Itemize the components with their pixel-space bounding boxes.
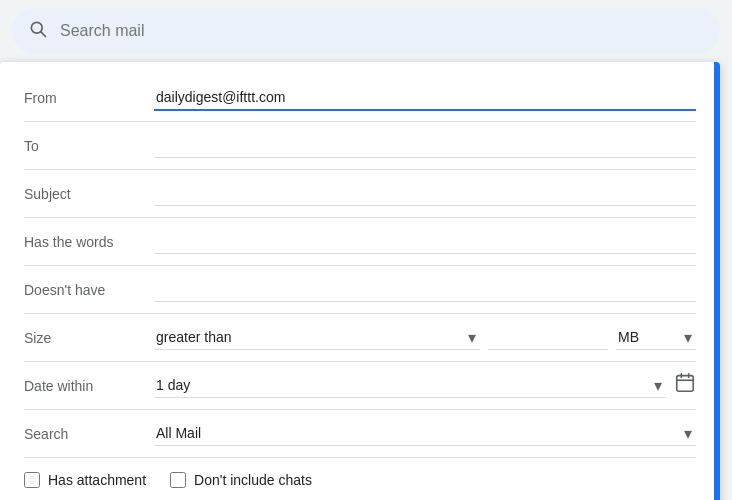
svg-line-1 [41,31,46,36]
from-row: From [24,74,696,122]
doesnt-have-field[interactable] [154,277,696,302]
search-icon [28,19,48,44]
dont-include-chats-checkbox[interactable] [170,472,186,488]
subject-field[interactable] [154,181,696,206]
from-label: From [24,90,154,106]
has-words-row: Has the words [24,218,696,266]
has-attachment-text: Has attachment [48,472,146,488]
search-location-row: Search All Mail Inbox Sent Mail Trash ▾ [24,410,696,458]
to-row: To [24,122,696,170]
search-mail-input[interactable] [60,22,704,40]
subject-row: Subject [24,170,696,218]
doesnt-have-row: Doesn't have [24,266,696,314]
size-label: Size [24,330,154,346]
calendar-icon[interactable] [674,372,696,399]
date-within-select[interactable]: 1 day 3 days 1 week 2 weeks 1 month 2 mo… [154,373,666,398]
advanced-search-dialog: From To Subject Has the words Doesn't ha… [0,62,720,500]
has-the-words-field[interactable] [154,229,696,254]
date-label: Date within [24,378,154,394]
date-row: Date within 1 day 3 days 1 week 2 weeks … [24,362,696,410]
size-value-input[interactable] [488,325,608,350]
date-within-wrapper: 1 day 3 days 1 week 2 weeks 1 month 2 mo… [154,373,666,398]
has-attachment-checkbox[interactable] [24,472,40,488]
size-row: Size greater than less than ▾ MB KB [24,314,696,362]
search-location-label: Search [24,426,154,442]
size-unit-select[interactable]: MB KB bytes [616,325,696,350]
size-comparison-select[interactable]: greater than less than [154,325,480,350]
svg-rect-2 [677,376,694,392]
to-field[interactable] [154,133,696,158]
subject-label: Subject [24,186,154,202]
checkboxes-row: Has attachment Don't include chats [24,458,696,500]
has-attachment-label[interactable]: Has attachment [24,472,146,488]
from-field[interactable] [154,85,696,111]
dont-include-chats-label[interactable]: Don't include chats [170,472,312,488]
search-location-wrapper: All Mail Inbox Sent Mail Trash ▾ [154,421,696,446]
size-comparison-wrapper: greater than less than ▾ [154,325,480,350]
size-controls: greater than less than ▾ MB KB bytes ▾ [154,325,696,350]
doesnt-have-label: Doesn't have [24,282,154,298]
search-location-select[interactable]: All Mail Inbox Sent Mail Trash [154,421,696,446]
search-bar[interactable] [12,8,720,54]
size-unit-wrapper: MB KB bytes ▾ [616,325,696,350]
date-controls: 1 day 3 days 1 week 2 weeks 1 month 2 mo… [154,372,696,399]
has-words-label: Has the words [24,234,154,250]
dialog-body: From To Subject Has the words Doesn't ha… [0,62,720,500]
to-label: To [24,138,154,154]
dont-include-chats-text: Don't include chats [194,472,312,488]
